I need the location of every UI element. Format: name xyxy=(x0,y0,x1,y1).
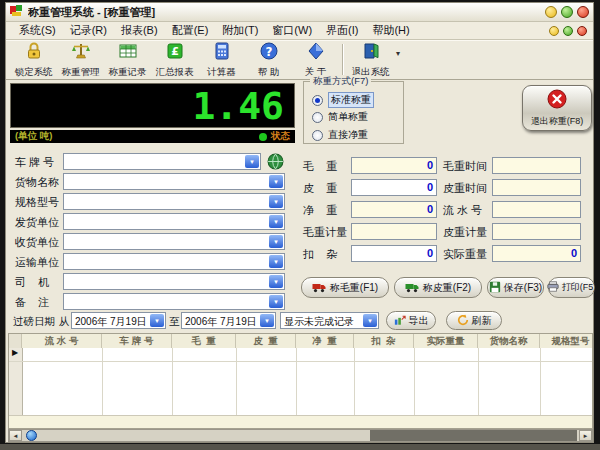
toolbar-more-icon[interactable]: ▾ xyxy=(396,49,400,58)
toolbar-separator xyxy=(342,44,344,76)
chevron-down-icon[interactable]: ▼ xyxy=(269,235,283,248)
refresh-button[interactable]: 刷新 xyxy=(446,311,502,330)
chevron-down-icon[interactable]: ▼ xyxy=(269,175,283,188)
radio-direct-net[interactable]: 直接净重 xyxy=(312,128,368,142)
deduction-field[interactable]: 0 xyxy=(351,245,437,262)
scroll-right-button[interactable]: ► xyxy=(579,430,592,441)
tare-weight-field[interactable]: 0 xyxy=(351,179,437,196)
toolbar-item-weigh-records[interactable]: 称重记录 xyxy=(104,42,151,79)
menu-item-records[interactable]: 记录(R) xyxy=(63,22,114,39)
chevron-down-icon[interactable]: ▼ xyxy=(245,155,259,168)
net-weight-field[interactable]: 0 xyxy=(351,201,437,218)
header-cell-vehicle-no[interactable]: 车 牌 号 xyxy=(102,334,172,348)
toolbar-item-help[interactable]: ? 帮 助 xyxy=(245,42,292,79)
header-cell-tare[interactable]: 皮 重 xyxy=(236,334,296,348)
minimize-button[interactable] xyxy=(545,6,557,18)
print-button[interactable]: 打印(F5) xyxy=(548,277,595,298)
radio-standard-weigh[interactable]: 标准称重 xyxy=(312,92,374,108)
menu-item-window[interactable]: 窗口(W) xyxy=(265,22,319,39)
toolbar-item-calculator[interactable]: 计算器 xyxy=(198,42,245,79)
summary-report-icon: £ xyxy=(165,41,185,65)
radio-selected-icon[interactable] xyxy=(312,95,323,106)
driver-combo[interactable]: ▼ xyxy=(63,273,285,290)
menu-item-help[interactable]: 帮助(H) xyxy=(365,22,416,39)
remark-label: 备 注 xyxy=(15,295,49,310)
chevron-down-icon[interactable]: ▼ xyxy=(150,314,164,327)
close-button[interactable] xyxy=(577,6,589,18)
radio-icon[interactable] xyxy=(312,130,323,141)
receiver-unit-combo[interactable]: ▼ xyxy=(63,233,285,250)
gross-weight-field[interactable]: 0 xyxy=(351,157,437,174)
from-date-value: 2006年 7月19日 xyxy=(75,315,147,329)
header-cell-deduction[interactable]: 扣 杂 xyxy=(354,334,414,348)
chevron-down-icon[interactable]: ▼ xyxy=(269,195,283,208)
svg-text:?: ? xyxy=(265,45,272,59)
gross-time-field[interactable] xyxy=(492,157,581,174)
table-body[interactable]: ▶ xyxy=(9,348,592,428)
header-cell-net[interactable]: 净 重 xyxy=(296,334,354,348)
chevron-down-icon[interactable]: ▼ xyxy=(269,255,283,268)
toolbar-item-lock-system[interactable]: 锁定系统 xyxy=(10,42,57,79)
chevron-down-icon[interactable]: ▼ xyxy=(260,314,274,327)
serial-no-field[interactable] xyxy=(492,201,581,218)
to-date-combo[interactable]: 2006年 7月19日 ▼ xyxy=(181,312,276,329)
toolbar-item-label: 称重管理 xyxy=(62,66,100,79)
globe-icon[interactable] xyxy=(267,153,284,174)
menu-item-addons[interactable]: 附加(T) xyxy=(215,22,265,39)
menu-item-system[interactable]: 系统(S) xyxy=(12,22,63,39)
print-label: 打印(F5) xyxy=(562,281,597,294)
record-filter-combo[interactable]: 显示未完成记录 ▼ xyxy=(280,312,379,329)
chevron-down-icon[interactable]: ▼ xyxy=(363,314,377,327)
header-cell-serial-no[interactable]: 流 水 号 xyxy=(22,334,102,348)
remark-combo[interactable]: ▼ xyxy=(63,293,285,310)
spec-model-combo[interactable]: ▼ xyxy=(63,193,285,210)
vehicle-no-combo[interactable]: ▼ xyxy=(63,153,261,170)
scroll-thumb[interactable] xyxy=(26,430,37,441)
header-cell-gross[interactable]: 毛 重 xyxy=(172,334,236,348)
receiver-unit-label: 收货单位 xyxy=(15,235,59,250)
weigh-gross-button[interactable]: 称毛重(F1) xyxy=(301,277,389,298)
radio-simple-weigh[interactable]: 简单称重 xyxy=(312,110,368,124)
child-restore-button[interactable] xyxy=(563,26,573,36)
child-minimize-button[interactable] xyxy=(549,26,559,36)
toolbar-item-about[interactable]: 关 于 xyxy=(292,42,339,79)
toolbar-item-weigh-manage[interactable]: 称重管理 xyxy=(57,42,104,79)
to-label: 至 xyxy=(169,315,180,329)
chevron-down-icon[interactable]: ▼ xyxy=(269,275,283,288)
radio-icon[interactable] xyxy=(312,112,323,123)
menu-item-interface[interactable]: 界面(I) xyxy=(319,22,365,39)
spec-model-label: 规格型号 xyxy=(15,195,59,210)
header-cell-spec-model[interactable]: 规格型号 xyxy=(540,334,593,348)
save-button[interactable]: 保存(F3) xyxy=(487,277,544,298)
chevron-down-icon[interactable]: ▼ xyxy=(269,215,283,228)
child-close-button[interactable] xyxy=(577,26,587,36)
net-weight-label: 净 重 xyxy=(303,203,337,218)
app-icon xyxy=(10,3,23,21)
tare-meter-label: 皮重计量 xyxy=(443,225,487,240)
tare-meter-field[interactable] xyxy=(492,223,581,240)
from-date-combo[interactable]: 2006年 7月19日 ▼ xyxy=(71,312,166,329)
export-button[interactable]: 导出 xyxy=(386,311,436,330)
toolbar-item-exit-system[interactable]: 退出系统 xyxy=(347,42,394,79)
maximize-button[interactable] xyxy=(561,6,573,18)
menu-item-config[interactable]: 配置(E) xyxy=(165,22,216,39)
toolbar-item-label: 称重记录 xyxy=(109,66,147,79)
exit-weigh-button[interactable]: 退出称重(F8) xyxy=(522,85,592,131)
header-cell-actual[interactable]: 实际重量 xyxy=(414,334,478,348)
actual-weight-field[interactable]: 0 xyxy=(492,245,581,262)
gross-meter-field[interactable] xyxy=(351,223,437,240)
vehicle-no-label: 车 牌 号 xyxy=(15,155,54,170)
lock-icon xyxy=(24,41,44,65)
sender-unit-combo[interactable]: ▼ xyxy=(63,213,285,230)
horizontal-scrollbar[interactable]: ◄ ► xyxy=(8,429,593,442)
toolbar-item-summary-report[interactable]: £ 汇总报表 xyxy=(151,42,198,79)
transport-unit-combo[interactable]: ▼ xyxy=(63,253,285,270)
header-cell-goods-name[interactable]: 货物名称 xyxy=(478,334,540,348)
status-dot-icon xyxy=(259,133,267,141)
menu-item-reports[interactable]: 报表(B) xyxy=(114,22,165,39)
weigh-tare-button[interactable]: 称皮重(F2) xyxy=(394,277,482,298)
scroll-left-button[interactable]: ◄ xyxy=(9,430,22,441)
tare-time-field[interactable] xyxy=(492,179,581,196)
goods-name-combo[interactable]: ▼ xyxy=(63,173,285,190)
chevron-down-icon[interactable]: ▼ xyxy=(269,295,283,308)
